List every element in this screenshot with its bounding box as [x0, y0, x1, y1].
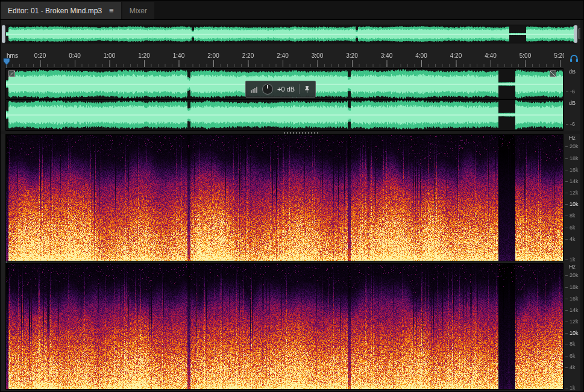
- hz-tick-label: 16k: [570, 167, 579, 173]
- timeline-label: 3:20: [346, 52, 357, 59]
- overview-range-handle-right[interactable]: [574, 25, 577, 43]
- spectral-display-left[interactable]: [5, 134, 564, 261]
- hz-tick-label: 12k: [570, 190, 579, 196]
- overview-range-handle-left[interactable]: [2, 25, 5, 43]
- hz-tick-label: 4k: [570, 364, 576, 370]
- db-unit-label: dB: [569, 69, 576, 75]
- hz-tick-label: 18k: [570, 284, 579, 290]
- panel-tab-bar: Editor: 01 - Broken Mind.mp3 ≡ Mixer: [1, 1, 583, 20]
- timeline-label: 1:00: [104, 52, 115, 59]
- timeline-label: 4:20: [450, 52, 462, 59]
- hz-tick-label: 6k: [570, 353, 576, 359]
- playhead-marker[interactable]: [3, 58, 10, 66]
- hz-scale-right: Hz 20k18k16k14k12k10k8k6k4k1k: [565, 263, 580, 390]
- timeline-label: 3:40: [381, 52, 392, 59]
- timeline-label: 5:20: [554, 52, 564, 59]
- hz-tick-label: 20k: [570, 272, 579, 278]
- hz-tick-label: 10k: [570, 330, 579, 336]
- db-tick-label: -6: [570, 89, 575, 95]
- hz-tick-label: 14k: [570, 178, 579, 184]
- timeline-label: 4:00: [415, 52, 427, 59]
- overview-strip[interactable]: [5, 25, 576, 43]
- timeline-label: 1:40: [173, 52, 184, 59]
- timeline-ruler[interactable]: hms 0:200:401:001:201:402:002:202:403:00…: [5, 51, 564, 67]
- panel-right-edge: [580, 20, 584, 392]
- timeline-label: 0:20: [34, 52, 46, 59]
- timeline-label: 2:40: [277, 52, 288, 59]
- spectrogram-canvas-right[interactable]: [6, 264, 563, 389]
- splitter-grip[interactable]: [284, 132, 320, 134]
- db-unit-label: dB: [569, 100, 576, 106]
- gain-value: +0 dB: [277, 86, 295, 93]
- hz-scale-left: Hz 20k18k16k14k12k10k8k6k4k1k: [565, 134, 580, 261]
- hud-divider: [299, 84, 300, 94]
- hz-tick-label: 10k: [570, 201, 579, 207]
- timeline-label: 5:00: [520, 52, 531, 59]
- spectrogram-canvas-left[interactable]: [6, 135, 563, 261]
- timeline-label: 3:00: [312, 52, 323, 59]
- gain-knob[interactable]: [262, 84, 273, 95]
- tab-editor-label: Editor: 01 - Broken Mind.mp3: [8, 7, 102, 15]
- db-tick-label: -6: [570, 121, 575, 127]
- db-scale-channel-1: dB -6: [565, 68, 580, 99]
- hz-tick-label: 14k: [570, 307, 579, 313]
- tab-mixer-label: Mixer: [130, 7, 147, 15]
- hz-tick-label: 20k: [570, 143, 579, 149]
- pin-icon[interactable]: [304, 86, 310, 93]
- waveform-canvas[interactable]: [6, 69, 563, 130]
- fade-out-handle[interactable]: [550, 70, 556, 77]
- hz-tick-label: 8k: [570, 213, 576, 219]
- hz-tick-label: 4k: [570, 236, 576, 242]
- panel-menu-icon[interactable]: ≡: [109, 6, 114, 15]
- hz-tick-label: 8k: [570, 341, 576, 347]
- hz-unit-label: Hz: [569, 264, 576, 270]
- audition-editor-window: Editor: 01 - Broken Mind.mp3 ≡ Mixer hms…: [0, 0, 584, 392]
- hz-tick-label: 18k: [570, 155, 579, 161]
- level-meter-icon: [251, 86, 258, 93]
- hz-tick-label: 1k: [570, 385, 576, 391]
- tab-editor[interactable]: Editor: 01 - Broken Mind.mp3 ≡: [1, 2, 121, 19]
- spectral-display-right[interactable]: [5, 263, 564, 390]
- timeline-label: 1:20: [138, 52, 149, 59]
- timeline-label: 2:00: [207, 52, 219, 59]
- hz-tick-label: 1k: [570, 257, 576, 263]
- gain-hud: +0 dB: [245, 81, 316, 98]
- hz-tick-label: 16k: [570, 296, 579, 302]
- timeline-label: 0:40: [69, 52, 80, 59]
- waveform-display[interactable]: [5, 68, 564, 131]
- hz-unit-label: Hz: [569, 135, 576, 141]
- timeline-label: 2:20: [242, 52, 254, 59]
- db-scale-channel-2: dB -6: [565, 99, 580, 131]
- tab-mixer[interactable]: Mixer: [122, 2, 154, 19]
- fade-in-handle[interactable]: [8, 70, 15, 77]
- hz-tick-label: 6k: [570, 225, 576, 231]
- monitor-headphones-icon[interactable]: [570, 54, 579, 63]
- timeline-label: 4:40: [485, 52, 496, 59]
- overview-waveform-canvas[interactable]: [6, 25, 575, 43]
- hz-tick-label: 12k: [570, 319, 579, 325]
